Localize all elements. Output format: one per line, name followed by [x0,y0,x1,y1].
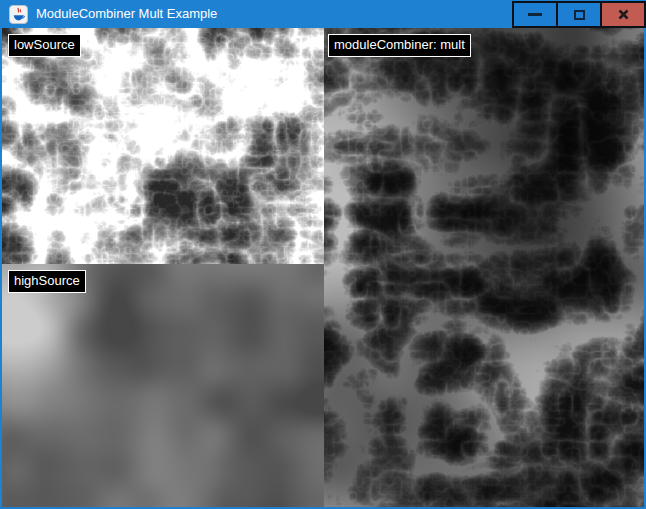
module-combiner-mult-label: moduleCombiner: mult [328,34,471,57]
java-app-icon[interactable] [9,5,28,24]
minimize-icon [528,13,542,16]
close-icon [617,8,630,21]
minimize-button[interactable] [512,1,558,28]
content-area: lowSource highSource moduleCombiner: mul… [2,28,644,507]
module-combiner-mult-noise-image [324,28,644,507]
high-source-label: highSource [8,270,86,293]
maximize-icon [574,10,585,20]
app-window: ModuleCombiner Mult Example lowSource hi… [0,0,646,509]
high-source-noise-image [2,264,324,507]
title-bar[interactable]: ModuleCombiner Mult Example [0,0,646,28]
maximize-button[interactable] [556,1,602,28]
window-title: ModuleCombiner Mult Example [36,0,512,28]
low-source-noise-image [2,28,324,264]
panel-high-source: highSource [2,264,324,507]
panel-low-source: lowSource [2,28,324,264]
low-source-label: lowSource [8,34,81,57]
close-button[interactable] [600,1,646,28]
panel-module-combiner-mult: moduleCombiner: mult [324,28,644,507]
window-controls [512,0,646,28]
